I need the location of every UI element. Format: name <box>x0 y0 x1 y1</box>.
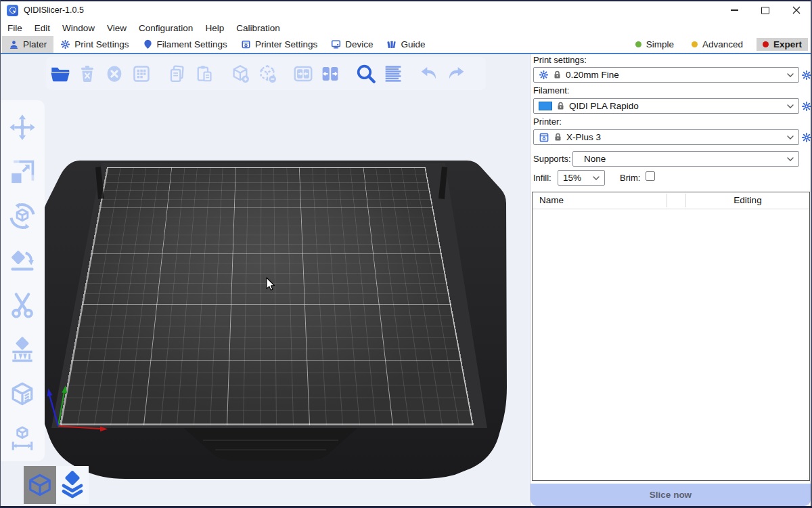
delete-all-button[interactable] <box>101 59 128 89</box>
tab-filament-settings[interactable]: Filament Settings <box>136 36 234 53</box>
scale-icon <box>7 157 37 187</box>
mode-expert[interactable]: Expert <box>757 38 808 51</box>
plater-icon <box>9 39 19 49</box>
cut-button[interactable] <box>0 283 45 328</box>
delete-icon <box>77 64 97 84</box>
redo-icon <box>445 63 467 85</box>
guide-icon <box>386 39 397 49</box>
tab-label: Device <box>345 39 373 49</box>
window-border-left <box>0 0 1 508</box>
filament-combo[interactable]: QIDI PLA Rapido <box>533 98 799 114</box>
lock-icon <box>557 102 564 110</box>
copy-icon <box>167 64 187 84</box>
menu-window[interactable]: Window <box>56 20 101 36</box>
remove-instance-button[interactable] <box>254 59 281 89</box>
arrange-button[interactable] <box>128 59 155 89</box>
slice-now-button[interactable]: Slice now <box>531 484 811 506</box>
paint-supports-button[interactable] <box>0 328 45 373</box>
close-button[interactable] <box>781 0 812 20</box>
main-area: Print settings: 0.20mm Fine Filament: QI… <box>0 54 812 506</box>
paint-supports-icon <box>7 335 37 365</box>
tab-label: Plater <box>23 39 47 49</box>
search-button[interactable] <box>353 59 380 89</box>
brim-label: Brim: <box>620 173 640 183</box>
seam-painting-icon <box>7 379 37 409</box>
tab-printer-settings[interactable]: Printer Settings <box>234 36 324 53</box>
tab-bar: Plater Print Settings Filament Settings … <box>0 36 812 54</box>
paste-button[interactable] <box>191 59 218 89</box>
delete-button[interactable] <box>74 59 101 89</box>
preview-view-icon <box>59 471 86 499</box>
mode-selector: Simple Advanced Expert <box>631 36 808 53</box>
seam-painting-button[interactable] <box>0 373 45 417</box>
move-button[interactable] <box>0 105 45 150</box>
printer-icon <box>539 132 549 143</box>
menu-help[interactable]: Help <box>199 20 230 36</box>
undo-button[interactable] <box>415 59 443 89</box>
maximize-button[interactable] <box>750 0 781 20</box>
scale-button[interactable] <box>0 150 45 194</box>
3d-editor-view-button[interactable] <box>24 466 56 504</box>
menu-view[interactable]: View <box>101 20 133 36</box>
print-settings-label: Print settings: <box>533 55 587 65</box>
view-toggles <box>24 466 89 504</box>
print-settings-value: 0.20mm Fine <box>566 70 782 80</box>
app-logo-icon <box>7 5 18 16</box>
app-window: QIDISlicer-1.0.5 File Edit Window View C… <box>0 0 812 508</box>
brim-checkbox[interactable] <box>646 171 655 181</box>
split-to-objects-button[interactable] <box>290 59 317 89</box>
expert-dot-icon <box>763 41 769 47</box>
variable-layer-height-button[interactable] <box>380 59 407 89</box>
simple-dot-icon <box>635 41 641 47</box>
viewport-3d-canvas[interactable] <box>0 54 530 506</box>
mode-label: Expert <box>773 39 802 49</box>
menu-edit[interactable]: Edit <box>28 20 56 36</box>
place-on-face-icon <box>7 246 37 276</box>
minimize-button[interactable] <box>719 0 750 20</box>
menu-calibration[interactable]: Calibration <box>230 20 286 36</box>
bed-clip-right <box>438 167 447 199</box>
add-instance-button[interactable] <box>227 59 254 89</box>
delete-all-icon <box>104 64 125 84</box>
tab-print-settings[interactable]: Print Settings <box>53 36 135 53</box>
gizmo-toolbar <box>0 100 45 461</box>
tab-device[interactable]: Device <box>324 36 380 53</box>
object-list-body[interactable] <box>533 209 809 482</box>
top-toolbar <box>46 57 486 90</box>
chevron-down-icon <box>787 135 794 140</box>
preview-view-button[interactable] <box>56 466 89 504</box>
menu-configuration[interactable]: Configuration <box>133 20 199 36</box>
split-to-parts-button[interactable] <box>317 59 344 89</box>
supports-combo[interactable]: None <box>572 151 799 167</box>
copy-button[interactable] <box>164 59 191 89</box>
tab-guide[interactable]: Guide <box>380 36 432 53</box>
tab-label: Printer Settings <box>255 39 317 49</box>
undo-icon <box>418 63 440 85</box>
minimize-icon <box>731 9 738 11</box>
supports-value: None <box>584 154 782 164</box>
place-on-face-button[interactable] <box>0 238 45 283</box>
measure-button[interactable] <box>0 417 45 461</box>
redo-button[interactable] <box>443 59 470 89</box>
infill-combo[interactable]: 15% <box>558 170 605 186</box>
arrange-icon <box>131 64 152 84</box>
window-border-top <box>0 0 812 1</box>
printer-value: X-Plus 3 <box>566 132 782 142</box>
tab-label: Guide <box>401 39 425 49</box>
tabbar-spacer <box>432 36 631 53</box>
menu-file[interactable]: File <box>1 20 28 36</box>
print-settings-combo[interactable]: 0.20mm Fine <box>533 67 799 83</box>
move-icon <box>7 112 37 142</box>
printer-combo[interactable]: X-Plus 3 <box>533 129 799 145</box>
object-list[interactable]: Name Editing <box>532 192 810 481</box>
mode-simple[interactable]: Simple <box>631 38 678 51</box>
rotate-button[interactable] <box>0 194 45 239</box>
open-button[interactable] <box>47 59 74 89</box>
column-header-name: Name <box>539 192 564 209</box>
tab-plater[interactable]: Plater <box>2 36 53 53</box>
device-icon <box>331 39 341 49</box>
chevron-down-icon <box>787 104 794 108</box>
variable-layer-height-icon <box>382 63 404 85</box>
paste-icon <box>194 64 215 84</box>
mode-advanced[interactable]: Advanced <box>687 38 747 51</box>
